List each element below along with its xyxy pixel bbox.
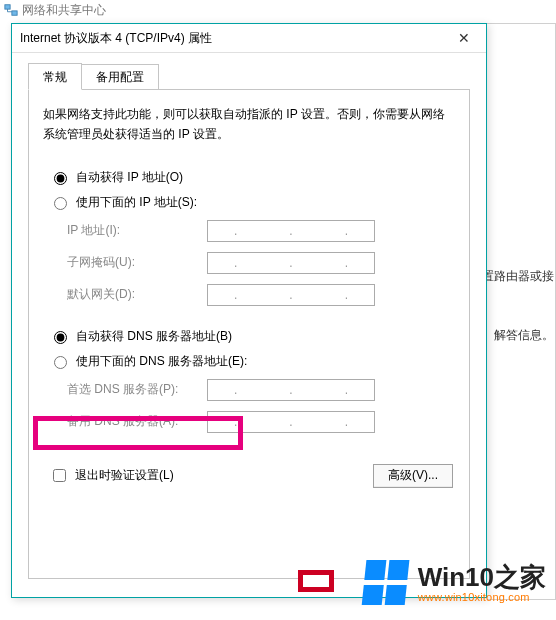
radio-dns-manual[interactable] [54,356,67,369]
label-ip-address: IP 地址(I): [67,222,207,239]
radio-dns-manual-label: 使用下面的 DNS 服务器地址(E): [76,353,247,370]
parent-window-header: 网络和共享中心 [0,1,556,19]
bg-text-2: 解答信息。 [494,327,554,344]
watermark-url: www.win10xitong.com [418,592,546,603]
watermark-text: Win10之家 [418,564,546,590]
close-button[interactable]: ✕ [442,24,486,53]
parent-window-title: 网络和共享中心 [22,2,106,19]
input-default-gateway: ... [207,284,375,306]
description-text: 如果网络支持此功能，则可以获取自动指派的 IP 设置。否则，你需要从网络系统管理… [43,104,455,145]
checkbox-validate-label: 退出时验证设置(L) [75,467,174,484]
close-icon: ✕ [458,30,470,46]
ipv4-properties-dialog: Internet 协议版本 4 (TCP/IPv4) 属性 ✕ 常规 备用配置 … [11,23,487,598]
windows-logo-icon [361,560,412,606]
radio-ip-auto[interactable] [54,172,67,185]
radio-dns-auto-label: 自动获得 DNS 服务器地址(B) [76,328,232,345]
checkbox-validate-on-exit[interactable] [53,469,66,482]
svg-rect-0 [5,5,10,9]
label-subnet-mask: 子网掩码(U): [67,254,207,271]
label-preferred-dns: 首选 DNS 服务器(P): [67,381,207,398]
tab-alternate[interactable]: 备用配置 [81,64,159,89]
red-annotation-box [298,570,334,592]
radio-dns-auto[interactable] [54,331,67,344]
dialog-title: Internet 协议版本 4 (TCP/IPv4) 属性 [20,30,442,47]
tab-strip: 常规 备用配置 [28,63,470,89]
input-subnet-mask: ... [207,252,375,274]
svg-rect-1 [12,11,17,15]
input-ip-address: ... [207,220,375,242]
titlebar: Internet 协议版本 4 (TCP/IPv4) 属性 ✕ [12,24,486,53]
input-alternate-dns: ... [207,411,375,433]
parent-window-edge [487,23,556,600]
watermark: Win10之家 www.win10xitong.com [364,560,546,606]
label-alternate-dns: 备用 DNS 服务器(A): [67,413,207,430]
radio-ip-manual-label: 使用下面的 IP 地址(S): [76,194,197,211]
label-default-gateway: 默认网关(D): [67,286,207,303]
radio-ip-auto-label: 自动获得 IP 地址(O) [76,169,183,186]
tab-panel-general: 如果网络支持此功能，则可以获取自动指派的 IP 设置。否则，你需要从网络系统管理… [28,89,470,579]
advanced-button[interactable]: 高级(V)... [373,464,453,488]
tab-general[interactable]: 常规 [28,63,82,90]
radio-ip-manual[interactable] [54,197,67,210]
input-preferred-dns: ... [207,379,375,401]
network-center-icon [4,3,18,17]
bg-text-1: 置路由器或接 [482,268,554,285]
